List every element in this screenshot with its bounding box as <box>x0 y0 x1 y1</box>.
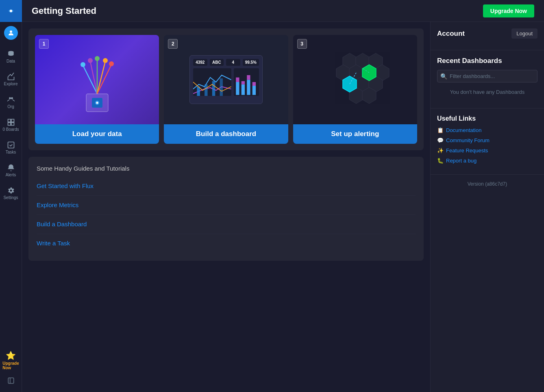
dash-chart-right <box>234 68 259 96</box>
card-2-step: 2 <box>168 39 178 49</box>
card-load-data: 1 <box>35 35 159 144</box>
sidebar-item-settings[interactable]: Settings <box>0 182 22 204</box>
sidebar-nav: Data Explore Org 0 Boards Tasks <box>0 44 22 348</box>
svg-rect-7 <box>11 119 14 122</box>
guide-link-2[interactable]: Build a Dashboard <box>37 221 87 227</box>
user-avatar[interactable] <box>0 22 22 44</box>
logout-button[interactable]: Logout <box>511 28 537 39</box>
useful-links-title: Useful Links <box>437 115 537 122</box>
sidebar-item-boards[interactable]: 0 Boards <box>0 114 22 136</box>
bug-label: Report a bug <box>446 158 477 164</box>
guides-title: Some Handy Guides and Tutorials <box>37 165 416 172</box>
svg-rect-29 <box>212 81 215 96</box>
sidebar-item-data[interactable]: Data <box>0 45 22 67</box>
sidebar-label-alerts: Alerts <box>6 173 16 177</box>
svg-rect-28 <box>205 84 207 96</box>
guide-item-1[interactable]: Explore Metrics <box>37 196 416 215</box>
documentation-icon: 📋 <box>437 127 444 133</box>
account-section: Account Logout <box>431 22 544 50</box>
version-hash: (a86c7d7) <box>485 181 507 187</box>
guide-link-1[interactable]: Explore Metrics <box>37 201 78 208</box>
svg-point-19 <box>88 58 93 63</box>
sidebar-label-explore: Explore <box>4 82 18 86</box>
svg-rect-8 <box>8 122 11 125</box>
svg-rect-34 <box>241 81 244 84</box>
sidebar-label-data: Data <box>7 59 15 63</box>
svg-rect-33 <box>241 84 244 95</box>
dashboard-preview: 4392 ABC 4 99.5% <box>189 55 263 104</box>
sidebar-item-explore[interactable]: Explore <box>0 68 22 90</box>
build-dashboard-button[interactable]: Build a dashboard <box>164 124 288 144</box>
recent-dashboards-section: Recent Dashboards 🔍 You don't have any D… <box>431 50 544 108</box>
card-3-image: 3 <box>293 35 417 124</box>
app-logo[interactable] <box>0 0 22 22</box>
guide-item-3[interactable]: Write a Task <box>37 234 416 253</box>
sidebar-upgrade-btn[interactable]: ⭐ UpgradeNow <box>0 348 22 373</box>
card-set-alerting: 3 <box>293 35 417 144</box>
svg-rect-6 <box>8 119 11 122</box>
svg-line-14 <box>90 61 97 94</box>
documentation-label: Documentation <box>446 127 481 133</box>
guide-item-2[interactable]: Build a Dashboard <box>37 215 416 234</box>
account-header: Account Logout <box>437 28 537 39</box>
load-data-button[interactable]: Load your data <box>35 124 159 144</box>
guide-link-3[interactable]: Write a Task <box>37 240 70 247</box>
svg-rect-32 <box>236 78 239 82</box>
useful-link-1[interactable]: 💬 Community Forum <box>437 137 537 143</box>
sidebar-label-org: Org <box>7 104 14 109</box>
dash-stat-3: 4 <box>226 59 240 66</box>
dash-chart-left <box>193 68 231 96</box>
bug-icon: 🐛 <box>437 158 444 164</box>
feature-label: Feature Requests <box>446 147 488 154</box>
useful-links-section: Useful Links 📋 Documentation 💬 Community… <box>431 108 544 175</box>
dash-stat-2: ABC <box>210 59 224 66</box>
svg-rect-38 <box>252 82 255 86</box>
cards-row: 1 <box>28 28 424 150</box>
svg-line-17 <box>97 65 111 94</box>
set-up-alerting-button[interactable]: Set up alerting <box>293 124 417 144</box>
guide-item-0[interactable]: Get Started with Flux <box>37 177 416 196</box>
svg-rect-37 <box>252 86 255 95</box>
feature-icon: ✨ <box>437 147 444 154</box>
card-3-step: 3 <box>297 39 307 49</box>
useful-link-0[interactable]: 📋 Documentation <box>437 127 537 133</box>
useful-link-2[interactable]: ✨ Feature Requests <box>437 147 537 154</box>
svg-point-21 <box>103 58 108 63</box>
svg-point-4 <box>9 97 11 99</box>
guide-link-0[interactable]: Get Started with Flux <box>37 182 94 189</box>
sidebar-item-org[interactable]: Org <box>0 91 22 113</box>
page-title: Getting Started <box>32 6 96 16</box>
recent-dashboards-title: Recent Dashboards <box>437 57 502 65</box>
svg-point-22 <box>109 61 114 66</box>
recent-dashboards-header: Recent Dashboards <box>437 57 537 65</box>
svg-line-16 <box>97 61 105 94</box>
sidebar-collapse-btn[interactable] <box>0 373 22 389</box>
useful-link-3[interactable]: 🐛 Report a bug <box>437 158 537 164</box>
sidebar-item-tasks[interactable]: Tasks <box>0 136 22 158</box>
upgrade-star-icon: ⭐ <box>6 351 16 360</box>
svg-point-1 <box>10 10 12 12</box>
dashboard-filter-input[interactable] <box>437 70 537 82</box>
main-content: 1 <box>22 22 430 392</box>
avatar-circle <box>4 26 18 40</box>
dash-stat-4: 99.5% <box>243 59 259 66</box>
search-icon: 🔍 <box>440 73 447 80</box>
sidebar-item-alerts[interactable]: Alerts <box>0 159 22 181</box>
dash-stat-row: 4392 ABC 4 99.5% <box>193 59 259 66</box>
card-build-dashboard: 2 4392 ABC <box>164 35 288 144</box>
filter-input-wrapper: 🔍 <box>437 70 537 82</box>
alerting-illustration <box>310 45 400 114</box>
data-illustration <box>71 45 124 114</box>
svg-point-18 <box>81 62 85 67</box>
version-section: Version (a86c7d7) <box>431 175 544 193</box>
content-row: 1 <box>22 22 544 392</box>
main-area: Getting Started Upgrade Now 1 <box>22 0 544 392</box>
upgrade-now-button[interactable]: Upgrade Now <box>483 4 534 17</box>
svg-point-20 <box>95 56 100 61</box>
guides-section: Some Handy Guides and Tutorials Get Star… <box>28 157 424 261</box>
svg-rect-11 <box>8 378 14 383</box>
dash-charts <box>193 68 259 96</box>
sidebar-label-settings: Settings <box>3 195 18 200</box>
svg-point-5 <box>11 97 13 99</box>
community-icon: 💬 <box>437 137 444 143</box>
